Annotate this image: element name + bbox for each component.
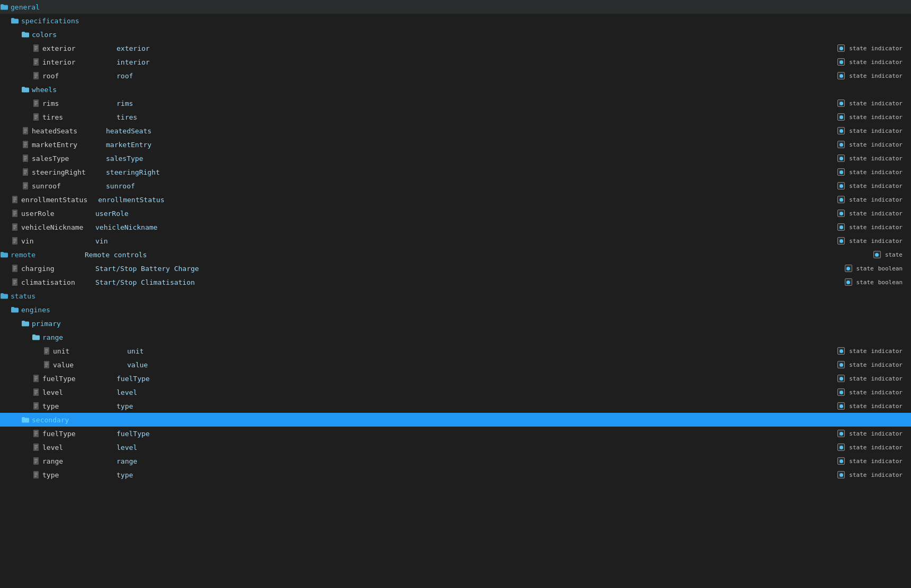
state-label-remote: state bbox=[885, 251, 903, 258]
radio-icon-remote[interactable] bbox=[873, 251, 881, 258]
tree-row-enrollmentStatus[interactable]: enrollmentStatusenrollmentStatusstateind… bbox=[0, 193, 911, 206]
tree-row-primary[interactable]: primary bbox=[0, 316, 911, 330]
tree-row-range2[interactable]: rangerangestateindicator bbox=[0, 454, 911, 468]
radio-icon-vin[interactable] bbox=[837, 237, 845, 245]
middle-charging: Start/Stop Battery Charge bbox=[85, 265, 845, 273]
label-remote: remote bbox=[11, 251, 74, 259]
radio-icon-marketEntry[interactable] bbox=[837, 141, 845, 148]
tree-row-charging[interactable]: chargingStart/Stop Battery Chargestatebo… bbox=[0, 261, 911, 275]
file-icon-enrollmentStatus bbox=[11, 195, 19, 204]
tree-row-general[interactable]: general bbox=[0, 0, 911, 14]
tree-row-colors[interactable]: colors bbox=[0, 28, 911, 41]
label-general: general bbox=[11, 3, 74, 11]
radio-icon-interior[interactable] bbox=[837, 58, 845, 66]
tree-row-vehicleNickname[interactable]: vehicleNicknamevehicleNicknamestateindic… bbox=[0, 220, 911, 234]
radio-icon-type[interactable] bbox=[837, 402, 845, 410]
tree-row-wheels[interactable]: wheels bbox=[0, 83, 911, 96]
radio-icon-userRole[interactable] bbox=[837, 210, 845, 217]
middle-exterior: exterior bbox=[106, 44, 837, 52]
file-icon-charging bbox=[11, 264, 19, 273]
radio-icon-steeringRight[interactable] bbox=[837, 168, 845, 176]
state-label-heatedSeats: state bbox=[849, 128, 867, 134]
radio-icon-roof[interactable] bbox=[837, 72, 845, 79]
tree-row-steeringRight[interactable]: steeringRightsteeringRightstateindicator bbox=[0, 165, 911, 179]
middle-sunroof: sunroof bbox=[95, 182, 837, 190]
kind-label-rims: indicator bbox=[871, 100, 903, 107]
right-col-heatedSeats: stateindicator bbox=[837, 127, 911, 134]
tree-row-fuelType2[interactable]: fuelTypefuelTypestateindicator bbox=[0, 427, 911, 440]
tree-row-status[interactable]: status bbox=[0, 289, 911, 303]
radio-icon-level[interactable] bbox=[837, 388, 845, 396]
radio-icon-level2[interactable] bbox=[837, 444, 845, 451]
file-icon-userRole bbox=[11, 209, 19, 218]
tree-row-range[interactable]: range bbox=[0, 330, 911, 344]
radio-icon-climatisation[interactable] bbox=[845, 278, 852, 286]
tree-row-level2[interactable]: levellevelstateindicator bbox=[0, 440, 911, 454]
tree-row-type2[interactable]: typetypestateindicator bbox=[0, 468, 911, 482]
state-label-exterior: state bbox=[849, 45, 867, 52]
tree-row-climatisation[interactable]: climatisationStart/Stop Climatisationsta… bbox=[0, 275, 911, 289]
state-label-userRole: state bbox=[849, 210, 867, 217]
kind-label-exterior: indicator bbox=[871, 45, 903, 52]
middle-marketEntry: marketEntry bbox=[95, 141, 837, 149]
tree-row-secondary[interactable]: secondary bbox=[0, 413, 911, 427]
radio-icon-type2[interactable] bbox=[837, 471, 845, 478]
middle-interior: interior bbox=[106, 58, 837, 66]
radio-icon-fuelType[interactable] bbox=[837, 375, 845, 382]
tree-row-engines[interactable]: engines bbox=[0, 303, 911, 316]
tree-row-heatedSeats[interactable]: heatedSeatsheatedSeatsstateindicator bbox=[0, 124, 911, 138]
radio-icon-exterior[interactable] bbox=[837, 44, 845, 52]
tree-row-remote[interactable]: remoteRemote controlsstate bbox=[0, 248, 911, 261]
tree-row-tires[interactable]: tirestiresstateindicator bbox=[0, 110, 911, 124]
tree-row-level[interactable]: levellevelstateindicator bbox=[0, 385, 911, 399]
tree-row-roof[interactable]: roofroofstateindicator bbox=[0, 69, 911, 83]
middle-level: level bbox=[106, 388, 837, 396]
label-range2: range bbox=[42, 457, 106, 465]
folder-icon-range bbox=[32, 333, 40, 341]
state-label-fuelType: state bbox=[849, 375, 867, 382]
file-icon-tires bbox=[32, 113, 40, 121]
tree-row-userRole[interactable]: userRoleuserRolestateindicator bbox=[0, 206, 911, 220]
label-specifications: specifications bbox=[21, 17, 85, 25]
tree-row-type[interactable]: typetypestateindicator bbox=[0, 399, 911, 413]
label-interior: interior bbox=[42, 58, 106, 66]
tree-row-salesType[interactable]: salesTypesalesTypestateindicator bbox=[0, 151, 911, 165]
radio-icon-heatedSeats[interactable] bbox=[837, 127, 845, 134]
label-roof: roof bbox=[42, 72, 106, 80]
kind-label-heatedSeats: indicator bbox=[871, 128, 903, 134]
tree-row-marketEntry[interactable]: marketEntrymarketEntrystateindicator bbox=[0, 138, 911, 151]
tree-row-interior[interactable]: interiorinteriorstateindicator bbox=[0, 55, 911, 69]
radio-icon-tires[interactable] bbox=[837, 113, 845, 121]
tree-row-value[interactable]: valuevaluestateindicator bbox=[0, 358, 911, 372]
radio-icon-charging[interactable] bbox=[845, 265, 852, 272]
tree-row-vin[interactable]: vinvinstateindicator bbox=[0, 234, 911, 248]
kind-label-fuelType2: indicator bbox=[871, 430, 903, 437]
right-col-fuelType: stateindicator bbox=[837, 375, 911, 382]
folder-icon-secondary bbox=[21, 415, 30, 424]
radio-icon-enrollmentStatus[interactable] bbox=[837, 196, 845, 203]
file-icon-roof bbox=[32, 71, 40, 80]
tree-row-sunroof[interactable]: sunroofsunroofstateindicator bbox=[0, 179, 911, 193]
folder-icon-engines bbox=[11, 305, 19, 314]
radio-icon-value[interactable] bbox=[837, 361, 845, 368]
tree-row-specifications[interactable]: specifications bbox=[0, 14, 911, 28]
middle-steeringRight: steeringRight bbox=[95, 168, 837, 176]
radio-icon-salesType[interactable] bbox=[837, 155, 845, 162]
file-icon-climatisation bbox=[11, 278, 19, 286]
tree-row-fuelType[interactable]: fuelTypefuelTypestateindicator bbox=[0, 372, 911, 385]
middle-userRole: userRole bbox=[85, 210, 837, 218]
radio-icon-unit[interactable] bbox=[837, 347, 845, 355]
middle-type2: type bbox=[106, 471, 837, 479]
middle-salesType: salesType bbox=[95, 155, 837, 162]
tree-row-rims[interactable]: rimsrimsstateindicator bbox=[0, 96, 911, 110]
label-enrollmentStatus: enrollmentStatus bbox=[21, 196, 87, 204]
radio-icon-sunroof[interactable] bbox=[837, 182, 845, 189]
file-icon-heatedSeats bbox=[21, 126, 30, 135]
radio-icon-fuelType2[interactable] bbox=[837, 430, 845, 437]
tree-row-unit[interactable]: unitunitstateindicator bbox=[0, 344, 911, 358]
radio-icon-rims[interactable] bbox=[837, 99, 845, 107]
radio-icon-vehicleNickname[interactable] bbox=[837, 223, 845, 231]
tree-row-exterior[interactable]: exteriorexteriorstateindicator bbox=[0, 41, 911, 55]
radio-icon-range2[interactable] bbox=[837, 457, 845, 465]
folder-icon-remote bbox=[0, 250, 8, 259]
